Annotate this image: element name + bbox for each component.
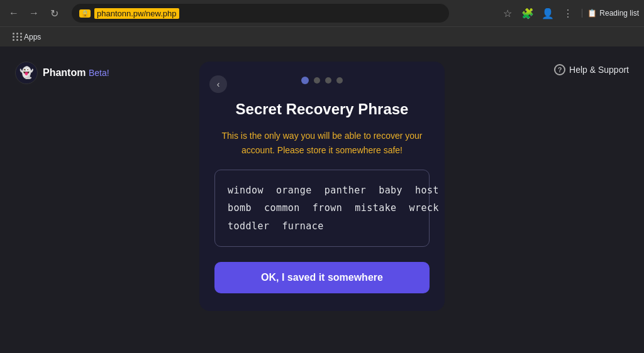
- word-11: toddler: [228, 217, 269, 236]
- bookmarks-bar: Apps: [0, 26, 644, 46]
- warning-text: This is the only way you will be able to…: [214, 129, 430, 157]
- card-title: Secret Recovery Phrase: [214, 99, 430, 119]
- seed-row-3: toddler furnace: [228, 217, 416, 236]
- apps-grid-icon: [13, 33, 21, 41]
- dot-4: [336, 77, 343, 84]
- extensions-button[interactable]: 🧩: [519, 4, 536, 22]
- word-8: frown: [313, 199, 342, 217]
- apps-bookmark[interactable]: Apps: [8, 30, 46, 44]
- profile-button[interactable]: 👤: [539, 4, 557, 22]
- pagination: [214, 77, 430, 84]
- seed-words: window orange panther baby host bomb com…: [228, 182, 416, 236]
- forward-button[interactable]: →: [25, 4, 43, 22]
- menu-button[interactable]: ⋮: [559, 4, 577, 22]
- dot-1: [301, 77, 309, 84]
- word-4: baby: [379, 182, 402, 200]
- reading-list-icon: 📋: [587, 9, 597, 18]
- browser-toolbar: ← → ↻ 🔒 phantonn.pw/new.php ☆ 🧩 👤 ⋮ 📋 Re…: [0, 0, 644, 26]
- seed-row-2: bomb common frown mistake wreck: [228, 199, 416, 217]
- star-button[interactable]: ☆: [499, 4, 516, 22]
- reading-list-area: 📋 Reading list: [582, 9, 639, 18]
- word-3: panther: [325, 182, 366, 200]
- seed-phrase-box: window orange panther baby host bomb com…: [214, 170, 430, 247]
- ghost-icon: 👻: [19, 66, 33, 80]
- nav-buttons: ← → ↻: [5, 4, 63, 22]
- phantom-logo: 👻 Phantom Beta!: [15, 62, 109, 84]
- refresh-button[interactable]: ↻: [45, 4, 63, 22]
- card: ‹ Secret Recovery Phrase This is the onl…: [199, 62, 445, 311]
- word-5: host: [415, 182, 439, 200]
- reading-list-label: Reading list: [599, 9, 639, 18]
- toolbar-icons: ☆ 🧩 👤 ⋮ 📋 Reading list: [499, 4, 639, 22]
- word-1: window: [228, 182, 264, 200]
- browser-chrome: ← → ↻ 🔒 phantonn.pw/new.php ☆ 🧩 👤 ⋮ 📋 Re…: [0, 0, 644, 46]
- phantom-icon: 👻: [15, 62, 38, 84]
- word-6: bomb: [228, 199, 252, 217]
- word-7: common: [264, 199, 300, 217]
- word-10: wreck: [409, 199, 439, 217]
- dot-3: [325, 77, 331, 84]
- seed-row-1: window orange panther baby host: [228, 182, 416, 200]
- help-support[interactable]: ? Help & Support: [554, 64, 629, 75]
- lock-icon: 🔒: [79, 9, 91, 18]
- phantom-beta: Beta!: [89, 68, 109, 78]
- help-icon: ?: [554, 64, 565, 75]
- word-12: furnace: [282, 217, 323, 236]
- phantom-name: Phantom: [43, 67, 86, 78]
- apps-label: Apps: [24, 33, 41, 41]
- word-9: mistake: [355, 199, 396, 217]
- card-back-button[interactable]: ‹: [209, 75, 227, 93]
- address-bar[interactable]: 🔒 phantonn.pw/new.php: [72, 4, 449, 23]
- back-button[interactable]: ←: [5, 4, 23, 22]
- word-2: orange: [276, 182, 312, 200]
- page-content: 👻 Phantom Beta! ? Help & Support ‹ Secre…: [0, 46, 644, 353]
- dot-2: [314, 77, 320, 84]
- help-support-label: Help & Support: [569, 65, 629, 75]
- cta-button[interactable]: OK, I saved it somewhere: [214, 262, 430, 293]
- url-text: phantonn.pw/new.php: [94, 8, 179, 19]
